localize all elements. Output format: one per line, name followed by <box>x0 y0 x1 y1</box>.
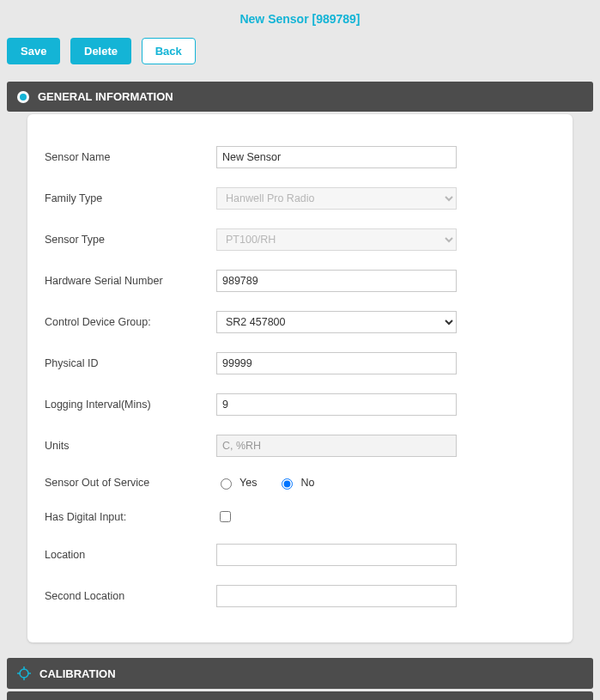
sensor-type-label: Sensor Type <box>45 234 216 246</box>
units-input <box>216 435 457 457</box>
oos-yes-option[interactable]: Yes <box>216 476 257 490</box>
sensor-type-select: PT100/RH <box>216 228 457 251</box>
family-type-label: Family Type <box>45 192 216 204</box>
save-button[interactable]: Save <box>7 38 60 64</box>
target-icon <box>17 667 31 680</box>
radio-bullet-icon <box>17 91 29 103</box>
hw-serial-label: Hardware Serial Number <box>45 275 216 287</box>
oos-label: Sensor Out of Service <box>45 477 216 489</box>
sensor-name-label: Sensor Name <box>45 151 216 163</box>
ctrl-group-select[interactable]: SR2 457800 <box>216 311 457 333</box>
log-interval-input[interactable] <box>216 393 457 416</box>
physical-id-input[interactable] <box>216 352 457 374</box>
svg-point-0 <box>20 669 28 678</box>
log-interval-label: Logging Interval(Mins) <box>45 399 216 411</box>
second-location-label: Second Location <box>45 590 216 602</box>
second-location-input[interactable] <box>216 585 457 607</box>
sensor-name-input[interactable] <box>216 146 457 168</box>
oos-no-text: No <box>300 477 314 489</box>
oos-no-option[interactable]: No <box>277 476 314 490</box>
hw-serial-input[interactable] <box>216 270 457 292</box>
section-calibration-header[interactable]: CALIBRATION <box>7 658 593 689</box>
digital-input-checkbox[interactable] <box>220 511 231 522</box>
digital-input-label: Has Digital Input: <box>45 511 216 523</box>
delete-button[interactable]: Delete <box>70 38 131 64</box>
location-label: Location <box>45 549 216 561</box>
section-general-header[interactable]: GENERAL INFORMATION <box>7 82 593 112</box>
ctrl-group-label: Control Device Group: <box>45 316 216 328</box>
general-card: Sensor Name Family Type Hanwell Pro Radi… <box>27 114 573 642</box>
units-label: Units <box>45 440 216 452</box>
oos-yes-text: Yes <box>239 477 257 489</box>
section-general-label: GENERAL INFORMATION <box>38 90 173 103</box>
page-title: New Sensor [989789] <box>0 0 600 34</box>
oos-yes-radio[interactable] <box>221 478 232 490</box>
oos-no-radio[interactable] <box>282 478 293 490</box>
location-input[interactable] <box>216 544 457 566</box>
family-type-select: Hanwell Pro Radio <box>216 187 457 210</box>
physical-id-label: Physical ID <box>45 357 216 369</box>
back-button[interactable]: Back <box>142 38 196 64</box>
section-calibration-label: CALIBRATION <box>39 667 116 680</box>
toolbar: Save Delete Back <box>0 34 600 82</box>
section-alarms-header[interactable]: ALARMS <box>7 691 593 700</box>
